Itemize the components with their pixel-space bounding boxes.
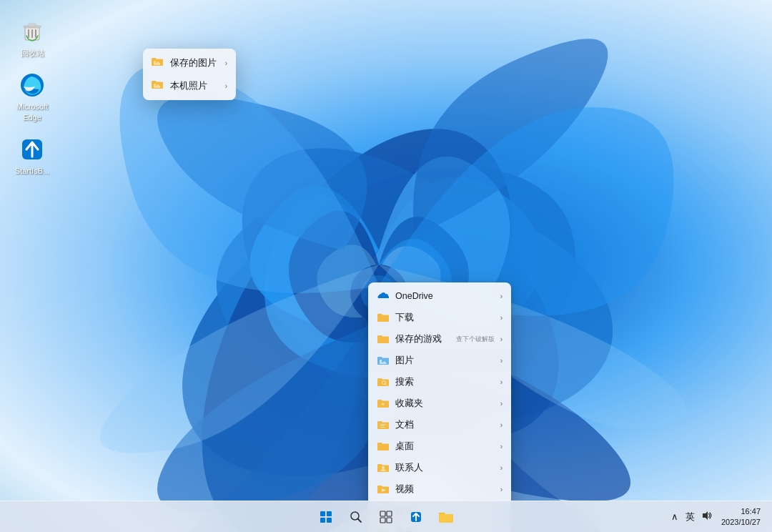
clock-date: 2023/10/27 [721,517,761,527]
documents-label: 文档 [395,419,498,431]
favorites-folder-icon [377,397,390,410]
pictures-label: 图片 [395,355,498,367]
svg-rect-18 [380,424,386,425]
search-arrow: › [500,378,503,386]
documents-arrow: › [500,421,503,429]
search-label: 搜索 [395,376,498,388]
svg-rect-35 [380,518,385,523]
svg-point-15 [380,360,382,361]
onedrive-label: OneDrive [395,291,498,301]
svg-point-21 [382,466,385,469]
svg-rect-36 [387,518,392,523]
pictures-submenu: 保存的图片 › 本机照片 › [143,49,236,100]
menu-item-pictures[interactable]: 图片 › [368,350,511,371]
taskbar-explorer[interactable] [432,503,460,531]
tray-up-arrow[interactable]: ∧ [669,509,681,524]
svg-rect-28 [327,511,332,516]
menu-item-onedrive[interactable]: OneDrive › [368,285,511,307]
taskbar-center [312,503,460,531]
downloads-label: 下载 [395,312,498,324]
desktop-icons-area: 回收站 Microsoft Edge StartIsB... [0,7,64,186]
clock-time: 16:47 [721,506,761,516]
tray-speaker[interactable] [700,508,714,525]
startisback-image [18,135,46,164]
svg-rect-20 [380,427,385,428]
saved-games-label: 保存的游戏 [395,333,455,345]
saved-games-arrow: › [500,335,503,343]
menu-item-videos[interactable]: 视频 › [368,478,511,500]
pictures-folder-icon [377,354,390,367]
menu-item-favorites[interactable]: 收藏夹 › [368,393,511,414]
desktop-folder-arrow: › [500,443,503,450]
contacts-label: 联系人 [395,462,498,474]
submenu-local-pictures[interactable]: 本机照片 › [143,74,236,97]
videos-arrow: › [500,486,503,493]
svg-line-32 [358,518,362,522]
svg-rect-9 [31,29,33,38]
saved-pictures-arrow: › [225,59,227,67]
svg-point-25 [154,61,156,62]
edge-label: Microsoft Edge [16,102,49,122]
svg-rect-33 [380,511,385,516]
videos-folder-icon [377,483,390,496]
saved-games-badge: 查下个破解版 [456,335,495,344]
taskbar-taskview[interactable] [372,503,400,531]
onedrive-arrow: › [500,292,503,300]
saved-games-icon [377,332,390,345]
tray-network[interactable]: 英 [683,508,697,526]
tray-icons: ∧ 英 [669,508,714,526]
search-folder-icon [377,375,390,388]
startisback-label: StartIsB... [15,166,49,176]
svg-marker-38 [703,511,708,520]
svg-rect-34 [387,511,392,516]
taskbar-startisback[interactable] [402,503,430,531]
svg-rect-19 [380,425,385,426]
local-pictures-label: 本机照片 [170,80,207,92]
startisback-icon[interactable]: StartIsB... [7,132,57,179]
svg-rect-30 [327,518,332,523]
svg-point-26 [154,84,156,85]
pictures-arrow: › [500,357,503,365]
videos-label: 视频 [395,483,498,496]
desktop-folder-icon [377,440,390,453]
downloads-arrow: › [500,314,503,322]
taskbar: ∧ 英 16:47 2023/10/27 [0,501,772,532]
svg-rect-8 [28,29,29,38]
menu-item-downloads[interactable]: 下载 › [368,307,511,328]
system-clock[interactable]: 16:47 2023/10/27 [718,505,763,528]
contacts-folder-icon [377,461,390,474]
onedrive-icon [377,290,390,302]
contacts-arrow: › [500,464,503,472]
recycle-bin-image [18,17,46,46]
local-pictures-arrow: › [225,82,227,90]
documents-folder-icon [377,418,390,431]
saved-pictures-icon [152,56,164,69]
recycle-bin-label: 回收站 [21,48,44,58]
recycle-bin-icon[interactable]: 回收站 [7,14,57,61]
saved-pictures-label: 保存的图片 [170,57,217,69]
svg-rect-10 [35,29,36,38]
taskbar-right: ∧ 英 16:47 2023/10/27 [669,505,763,528]
menu-item-desktop-folder[interactable]: 桌面 › [368,435,511,457]
submenu-saved-pictures[interactable]: 保存的图片 › [143,51,236,74]
menu-item-saved-games[interactable]: 保存的游戏 查下个破解版 › [368,328,511,350]
microsoft-edge-icon[interactable]: Microsoft Edge [7,68,57,125]
svg-rect-27 [320,511,325,516]
downloads-folder-icon [377,311,390,324]
desktop-folder-label: 桌面 [395,440,498,453]
menu-item-search[interactable]: 搜索 › [368,371,511,393]
favorites-arrow: › [500,400,503,408]
svg-rect-29 [320,518,325,523]
menu-item-contacts[interactable]: 联系人 › [368,457,511,478]
edge-image [18,71,46,99]
taskbar-search[interactable] [342,503,370,531]
local-pictures-icon [152,79,164,92]
start-button[interactable] [312,503,340,531]
menu-item-documents[interactable]: 文档 › [368,414,511,435]
context-menu: OneDrive › 下载 › 保存的游戏 查下个破解版 › [368,282,511,532]
favorites-label: 收藏夹 [395,398,498,410]
